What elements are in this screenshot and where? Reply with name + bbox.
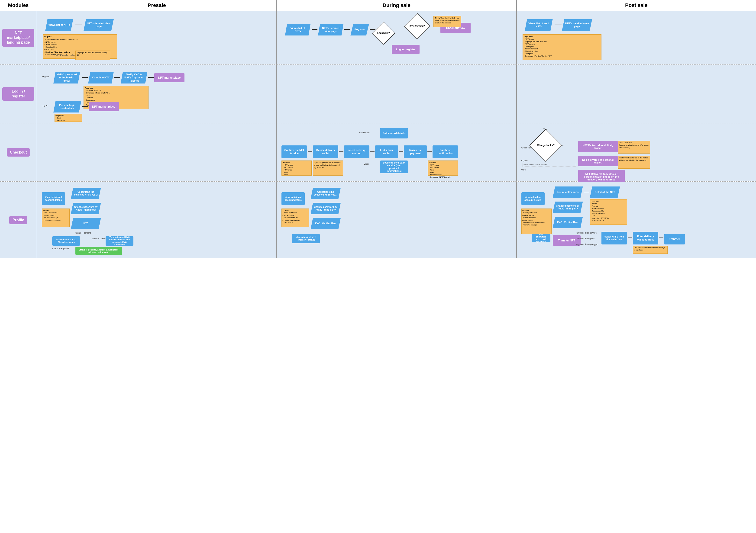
presale-nft-detail: NFT's detailed view page (84, 19, 114, 31)
module-label-nft: NFT marketplace/ landing page (2, 29, 34, 47)
status-verified: Status = verified (92, 237, 107, 240)
no-label1: No (561, 144, 564, 147)
header-modules: Modules (0, 0, 37, 11)
post-account-note: Includes: - Basic profile info - Name, e… (522, 208, 552, 234)
post-detail-nft: Detail of the NFT (590, 186, 620, 198)
postsale-login-cell (517, 65, 756, 123)
post-note1: Page has: - NFT image - Highlight the sa… (523, 34, 602, 60)
payment-wire: Payment through Wire: (576, 232, 597, 234)
login-provide-creds: Provide login credentials (53, 101, 81, 113)
login-nft-marketplace: NFT marketplace (154, 73, 184, 82)
presale-kyc-box: KYC (71, 218, 101, 229)
row-profile: Profile View individual account details … (0, 182, 756, 258)
post-takes-up-note: Takes up to 24hrs to confirm (523, 163, 576, 167)
during-change-pwd: Change password by Auth0 - third party (310, 203, 341, 214)
payment-crypto: Payment through crypto: (576, 243, 599, 246)
module-label-checkout: Checkout (7, 148, 30, 157)
during-buy-now: Buy now (350, 24, 369, 36)
checkout-delivery-note: Option to provide wallet address or use … (313, 161, 343, 175)
login-verify-kyc: Verify KYC & Notify Approved/ Rejected (121, 72, 148, 84)
presale-change-pwd: Change password by Auth0 - third party (71, 203, 101, 214)
during-logged-in: Logged in? (372, 22, 395, 45)
arrow2 (311, 29, 317, 30)
main-container: { "header": { "col1": "Modules", "col2":… (0, 0, 756, 533)
checkout-select-delivery: select delivery method (344, 146, 369, 158)
post-chargebacks: Chargebacks? (529, 129, 562, 162)
arrow1 (75, 25, 82, 25)
presale-views-list: Views list of NFTs (45, 19, 73, 31)
login-mail-pwd: Mail & password or login with gmail (53, 72, 80, 84)
presale-view-kyc2: View submitted KYC disable and can also … (106, 236, 133, 246)
module-profile: Profile (0, 182, 37, 258)
checkout-confirm-note: Includes: - NFT image - NFT name - NFT p… (282, 161, 311, 175)
payment-cc: Payment through cc: (576, 237, 595, 240)
duringsale-profile-cell: View individual account details Collecti… (277, 182, 517, 258)
header-presale: Presale (37, 0, 277, 11)
postsale-profile-cell: View individual account details List of … (517, 182, 756, 258)
during-account-note: Includes: - Basic profile info - Name, e… (282, 208, 309, 227)
arrow8 (148, 77, 154, 78)
register-label: Register: (42, 75, 50, 78)
status-pending: Status = pending (75, 232, 91, 234)
row-login: Log in / register Register: Mail & passw… (0, 65, 756, 123)
module-label-login: Log in / register (2, 87, 34, 101)
presale-green-note: Status is pending, approve & Waitlpface … (75, 247, 122, 255)
during-notify-note: Notify User that the KYC has to be verif… (433, 16, 461, 27)
post-nft-detail-note: Page has: - Name - Preview - Wallet addr… (590, 199, 627, 225)
header-row: Modules Presale During sale Post sale (0, 0, 756, 11)
checkout-card-details: Enters card details (380, 128, 408, 139)
arrow7 (114, 77, 120, 78)
post-nft-multisig: NFT Delivered to Multisig wallet (578, 141, 618, 152)
checkout-links-wallet: Links their wallet (375, 146, 398, 158)
credit-card-label: Credit card: (359, 131, 370, 134)
post-kyc-verified: KYC - Verified User (553, 217, 583, 228)
login-note2: Page has: - Email - Password (55, 114, 82, 122)
postsale-checkout-cell: Chargebacks? Yes No Credit card Crypto W… (517, 123, 756, 181)
post-nft-detail: NFT's detailed view page (562, 19, 592, 31)
post-list-collections: List of collections (553, 186, 583, 198)
checkout-confirm: Confirm the NFT & price (282, 146, 307, 158)
checkout-purchase-confirm: Purchase confirmation (433, 146, 458, 158)
post-views-sold: Views list of sold NFTs (525, 19, 553, 31)
post-change-pwd: Change password by Auth0 - third party (553, 201, 583, 213)
presale-checkout-cell (37, 123, 277, 181)
wire-label2: Wire (522, 169, 526, 171)
during-views-list: Views list of NFTs (285, 24, 310, 36)
during-kyc: KYC Verified? (404, 13, 430, 39)
post-transfer-btn: Transfer (664, 234, 685, 245)
crypto-label: Crypto (522, 159, 528, 162)
arrow3 (344, 29, 350, 30)
checkout-decide: Decide delivery wallet (313, 146, 338, 158)
presale-view-individual: View individual account details (42, 192, 65, 205)
arrow4 (370, 29, 375, 30)
during-login-register: Log in / register (392, 45, 419, 54)
presale-collections: Collections (no collected NFTS yet...) (71, 188, 101, 199)
during-nft-detail: NFT's detailed view page (318, 24, 343, 36)
duringsale-checkout-cell: Confirm the NFT & price Decide delivery … (277, 123, 517, 181)
login-label: Log in: (42, 104, 48, 107)
checkout-purchase-note: Includes: - NFT image - NFT name - Price… (428, 161, 458, 175)
wire-label: Wire: (364, 163, 369, 165)
post-nft-delivery-wallet: NFT Delivered to Multisig / personal wal… (578, 170, 625, 184)
post-select-nfts: select NFT's from this collection (602, 232, 627, 245)
module-nft-marketplace: NFT marketplace/ landing page (0, 11, 37, 65)
header-postsale: Post sale (517, 0, 756, 11)
presale-note2: Highlight the sale will happen on aug 28 (75, 51, 110, 60)
post-view-individual: View individual account details (522, 192, 545, 205)
post-note-personal: The NFT is transferred to the wallet add… (618, 156, 650, 169)
post-transfer-note: Can also to transfer only after 90 days … (633, 246, 667, 254)
checkout-bank-login: Logins to their bank service (pre-provid… (380, 161, 408, 173)
module-login: Log in / register (0, 65, 37, 123)
yes-label1: Yes (543, 128, 547, 130)
during-view-kyc: View submitted KYC (check kyc status) (292, 234, 320, 243)
presale-profile-cell: View individual account details Collecti… (37, 182, 277, 258)
row-nft-marketplace: NFT marketplace/ landing page Views list… (0, 11, 756, 65)
duringsale-login-cell (277, 65, 517, 123)
arrow6 (82, 77, 88, 78)
during-view-individual: View individual account details (282, 192, 305, 205)
during-collections: Collections (no collected NFTS yet...) (310, 188, 341, 199)
status-rejected: Status = Rejected (52, 248, 69, 250)
login-kyc: Complete KYC (88, 72, 114, 84)
checkout-payment: Makes the payment (404, 146, 427, 158)
login-nft-market2: NFT market place (89, 102, 119, 111)
